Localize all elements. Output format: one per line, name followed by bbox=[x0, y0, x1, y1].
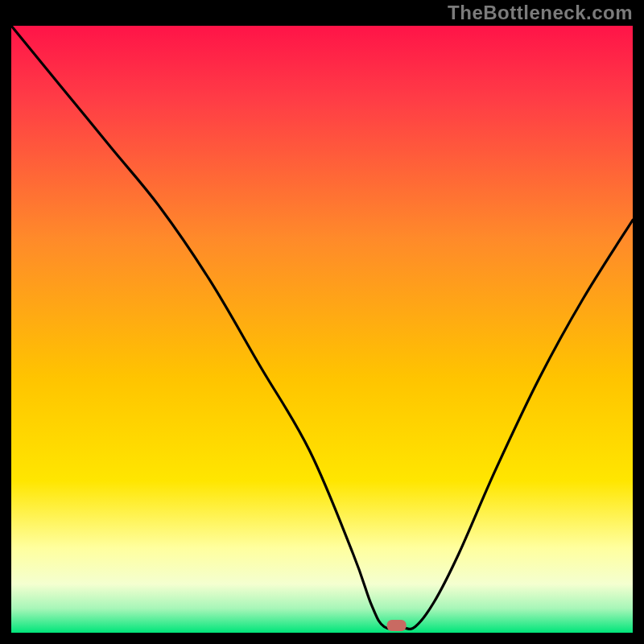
chart-frame: TheBottleneck.com bbox=[0, 0, 644, 644]
gradient-background bbox=[11, 26, 633, 633]
bottleneck-plot bbox=[11, 26, 633, 633]
optimal-marker bbox=[387, 620, 407, 631]
watermark-text: TheBottleneck.com bbox=[448, 2, 633, 24]
